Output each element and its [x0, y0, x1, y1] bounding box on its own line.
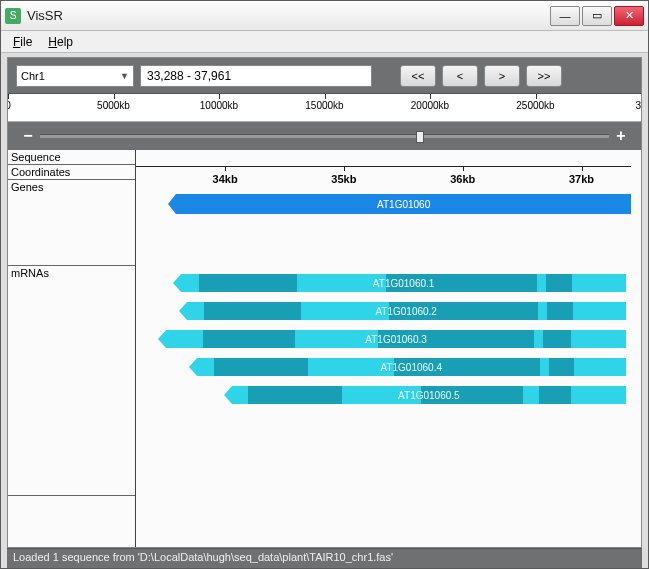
- app-icon: S: [5, 8, 21, 24]
- overview-tick-label: 5000kb: [97, 100, 130, 111]
- mrna-feature[interactable]: AT1G01060.1: [181, 274, 625, 292]
- exon-block: [546, 274, 573, 292]
- menu-help[interactable]: Help: [40, 33, 81, 51]
- track-label-mrnas: mRNAs: [8, 266, 135, 496]
- gene-feature[interactable]: AT1G01060: [176, 194, 631, 214]
- mrna-label: AT1G01060.3: [365, 334, 427, 345]
- nav-next-button[interactable]: >: [484, 65, 520, 87]
- zoom-in-button[interactable]: +: [615, 127, 627, 145]
- mrna-feature[interactable]: AT1G01060.4: [197, 358, 626, 376]
- track-label-coordinates: Coordinates: [8, 165, 135, 180]
- position-input[interactable]: [140, 65, 372, 87]
- exon-block: [547, 302, 573, 320]
- overview-tick-label: 10000kb: [200, 100, 238, 111]
- chromosome-select[interactable]: Chr1 ▼: [16, 65, 134, 87]
- maximize-button[interactable]: ▭: [582, 6, 612, 26]
- exon-block: [539, 386, 571, 404]
- axis-tick-label: 35kb: [331, 173, 356, 185]
- zoom-thumb[interactable]: [416, 131, 424, 143]
- overview-ruler[interactable]: 05000kb10000kb15000kb20000kb25000kb30: [8, 94, 641, 122]
- chromosome-select-value: Chr1: [21, 70, 45, 82]
- exon-block: [248, 386, 343, 404]
- minimize-button[interactable]: —: [550, 6, 580, 26]
- axis-tick-label: 37kb: [569, 173, 594, 185]
- mrna-label: AT1G01060.2: [375, 306, 437, 317]
- overview-tick-label: 0: [7, 100, 11, 111]
- axis-tick-label: 36kb: [450, 173, 475, 185]
- mrna-feature[interactable]: AT1G01060.5: [232, 386, 626, 404]
- exon-block: [549, 358, 575, 376]
- mrna-label: AT1G01060.4: [380, 362, 442, 373]
- nav-first-button[interactable]: <<: [400, 65, 436, 87]
- zoom-out-button[interactable]: −: [22, 127, 34, 145]
- window-title: VisSR: [27, 8, 550, 23]
- chevron-down-icon: ▼: [120, 71, 129, 81]
- track-label-sequence: Sequence: [8, 150, 135, 165]
- mrna-label: AT1G01060.1: [373, 278, 435, 289]
- menu-file[interactable]: File: [5, 33, 40, 51]
- exon-block: [199, 274, 297, 292]
- close-button[interactable]: ✕: [614, 6, 644, 26]
- exon-block: [214, 358, 308, 376]
- overview-tick-label: 25000kb: [516, 100, 554, 111]
- zoom-slider[interactable]: [40, 134, 609, 138]
- track-label-genes: Genes: [8, 180, 135, 266]
- exon-block: [204, 302, 301, 320]
- overview-tick-label: 20000kb: [411, 100, 449, 111]
- overview-tick-label: 30: [635, 100, 642, 111]
- axis-tick-label: 34kb: [213, 173, 238, 185]
- nav-prev-button[interactable]: <: [442, 65, 478, 87]
- exon-block: [203, 330, 295, 348]
- mrna-label: AT1G01060.5: [398, 390, 460, 401]
- nav-last-button[interactable]: >>: [526, 65, 562, 87]
- exon-block: [543, 330, 571, 348]
- mrna-feature[interactable]: AT1G01060.3: [166, 330, 626, 348]
- mrna-feature[interactable]: AT1G01060.2: [187, 302, 626, 320]
- overview-tick-label: 15000kb: [305, 100, 343, 111]
- status-bar: Loaded 1 sequence from 'D:\LocalData\hug…: [7, 548, 642, 568]
